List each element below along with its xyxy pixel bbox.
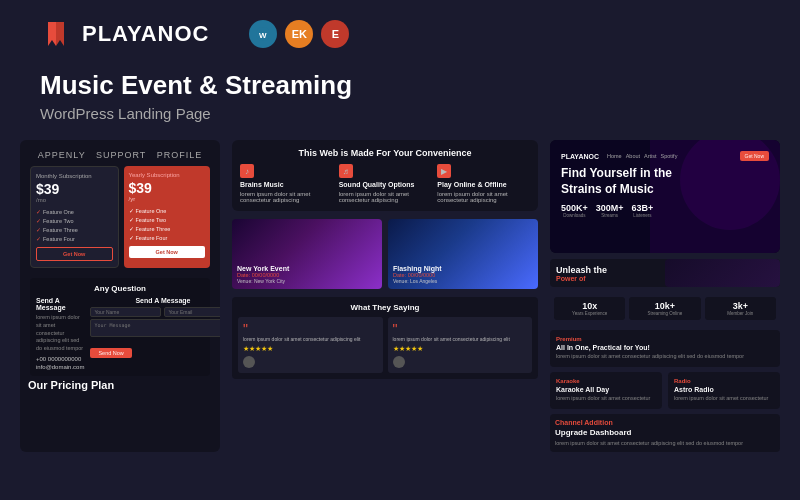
- stat-val-years: 10x: [556, 301, 623, 311]
- svg-text:W: W: [259, 31, 267, 40]
- screenshot-cta[interactable]: Get Now: [740, 151, 769, 161]
- submit-button[interactable]: Send Now: [90, 348, 131, 358]
- conv-col-1: ♪ Brains Music lorem ipsum dolor sit ame…: [240, 164, 333, 203]
- yearly-cta-button[interactable]: Get Now: [129, 246, 206, 258]
- col2-text: lorem ipsum dolor sit amet consectetur a…: [339, 191, 432, 203]
- feature-item: Feature Three: [36, 225, 113, 234]
- stat-streams: 300M+ Streams: [596, 203, 624, 218]
- col3-title: Play Online & Offline: [437, 181, 530, 188]
- col1-title: Brains Music: [240, 181, 333, 188]
- stat-label-streams: Streams: [596, 213, 624, 218]
- feature-accent-k: Karaoke: [556, 378, 656, 384]
- contact-description: lorem ipsum dolor sit amet consectetur a…: [36, 314, 84, 352]
- hero-section: Music Event & Streaming WordPress Landin…: [0, 60, 800, 122]
- message-textarea[interactable]: [90, 319, 220, 337]
- logo-area: PLAYANOC: [40, 18, 209, 50]
- sound-icon: ♬: [339, 164, 353, 178]
- nav-artist: Artist: [644, 153, 657, 159]
- feature-title-r: Astro Radio: [674, 386, 774, 393]
- event-card-2[interactable]: Flashing Night Date: 00/00/0000 Venue: L…: [388, 219, 538, 289]
- testimonial-text-1: lorem ipsum dolor sit amet consectetur a…: [243, 336, 378, 343]
- feature-item: Feature Two: [129, 215, 206, 224]
- upgrade-section: Channel Addition Upgrade Dashboard lorem…: [550, 414, 780, 453]
- yearly-features: Feature One Feature Two Feature Three Fe…: [129, 206, 206, 242]
- feature-text-1: lorem ipsum dolor sit amet consectetur a…: [556, 353, 774, 361]
- yearly-label: Yearly Subscription: [129, 172, 206, 178]
- main-content: APPENLY SUPPORT PROFILE Monthly Subscrip…: [0, 122, 800, 462]
- event-bg-2: Flashing Night Date: 00/00/0000 Venue: L…: [388, 219, 538, 289]
- monthly-label: Monthly Subscription: [36, 173, 113, 179]
- name-input[interactable]: [90, 307, 161, 317]
- contact-section: Any Question Send A Message lorem ipsum …: [30, 278, 210, 375]
- event-name-2: Flashing Night: [393, 265, 442, 272]
- email-input[interactable]: [164, 307, 220, 317]
- feature-karaoke: Karaoke Karaoke All Day lorem ipsum dolo…: [550, 372, 662, 409]
- our-pricing-label: Our Pricing Plan: [28, 378, 114, 392]
- convenience-columns: ♪ Brains Music lorem ipsum dolor sit ame…: [240, 164, 530, 203]
- monthly-period: /mo: [36, 197, 113, 203]
- logo-icon: [40, 18, 72, 50]
- event-venue-2: Venue: Los Angeles: [393, 278, 442, 284]
- convenience-title: This Web is Made For Your Convenience: [240, 148, 530, 158]
- stat-val-streams: 300M+: [596, 203, 624, 213]
- avatar-img-1: [243, 356, 255, 368]
- event-card-1[interactable]: New York Event Date: 00/00/0000 Venue: N…: [232, 219, 382, 289]
- conv-col-3: ▶ Play Online & Offline lorem ipsum dolo…: [437, 164, 530, 203]
- feature-title-1: All In One, Practical for You!: [556, 344, 774, 351]
- stat-label-years: Years Experience: [556, 311, 623, 316]
- testimonials-title: What They Saying: [238, 303, 532, 312]
- stat-val-downloads: 500K+: [561, 203, 588, 213]
- event-bg-1: New York Event Date: 00/00/0000 Venue: N…: [232, 219, 382, 289]
- screenshot-content: PLAYANOC Home About Artist Spotify Get N…: [556, 146, 774, 223]
- stat-val-online: 10k+: [631, 301, 698, 311]
- hero-screenshot: PLAYANOC Home About Artist Spotify Get N…: [550, 140, 780, 253]
- quote-icon-1: ": [243, 322, 378, 336]
- music-icon: ♪: [240, 164, 254, 178]
- feature-title-k: Karaoke All Day: [556, 386, 656, 393]
- col3-text: lorem ipsum dolor sit amet consectetur a…: [437, 191, 530, 203]
- features-bottom-row: Karaoke Karaoke All Day lorem ipsum dolo…: [550, 372, 780, 409]
- stat-val-listeners: 63B+: [632, 203, 654, 213]
- testimonials-row: " lorem ipsum dolor sit amet consectetur…: [238, 317, 532, 373]
- feature-allinone: Premium All In One, Practical for You! l…: [550, 330, 780, 367]
- hero-title: Music Event & Streaming: [40, 70, 760, 101]
- monthly-cta-button[interactable]: Get Now: [36, 247, 113, 261]
- yearly-price: $39: [129, 180, 206, 196]
- stat-downloads: 500K+ Downloads: [561, 203, 588, 218]
- any-question-title: Any Question: [36, 284, 204, 293]
- quote-icon-2: ": [393, 322, 528, 336]
- event-info-2: Flashing Night Date: 00/00/0000 Venue: L…: [393, 265, 442, 284]
- feature-accent-r: Radio: [674, 378, 774, 384]
- pricing-label: APPENLY SUPPORT PROFILE: [30, 150, 210, 160]
- avatar-1: [243, 356, 378, 368]
- nav-spotify: Spotify: [661, 153, 678, 159]
- contact-email: info@domain.com: [36, 364, 84, 370]
- event-venue-1: Venue: New York City: [237, 278, 289, 284]
- elementor-badge: E: [321, 20, 349, 48]
- monthly-plan-card: Monthly Subscription $39 /mo Feature One…: [30, 166, 119, 268]
- wordpress-badge: W: [249, 20, 277, 48]
- feature-text-k: lorem ipsum dolor sit amet consectetur: [556, 395, 656, 403]
- stat-listeners: 63B+ Listeners: [632, 203, 654, 218]
- events-section: New York Event Date: 00/00/0000 Venue: N…: [232, 219, 538, 289]
- feature-item: Feature Four: [36, 234, 113, 243]
- feature-item: Feature One: [129, 206, 206, 215]
- stat-val-members: 3k+: [707, 301, 774, 311]
- logo-text: PLAYANOC: [82, 21, 209, 47]
- ek-badge: EK: [285, 20, 313, 48]
- contact-form: Send A Message Send Now: [90, 297, 220, 369]
- feature-item: Feature Four: [129, 233, 206, 242]
- feature-text-r: lorem ipsum dolor sit amet consectetur: [674, 395, 774, 403]
- avatar-2: [393, 356, 528, 368]
- monthly-features: Feature One Feature Two Feature Three Fe…: [36, 207, 113, 243]
- upgrade-text: lorem ipsum dolor sit amet consectetur a…: [555, 440, 775, 448]
- monthly-price: $39: [36, 181, 113, 197]
- nav-about: About: [626, 153, 640, 159]
- feature-item: Feature Three: [129, 224, 206, 233]
- stat-label-members: Member Join: [707, 311, 774, 316]
- event-info-1: New York Event Date: 00/00/0000 Venue: N…: [237, 265, 289, 284]
- pricing-cards: Monthly Subscription $39 /mo Feature One…: [30, 166, 210, 268]
- yearly-plan-card: Yearly Subscription $39 /yr Feature One …: [124, 166, 211, 268]
- wifi-icon: ▶: [437, 164, 451, 178]
- upgrade-heading: Upgrade Dashboard: [555, 428, 775, 437]
